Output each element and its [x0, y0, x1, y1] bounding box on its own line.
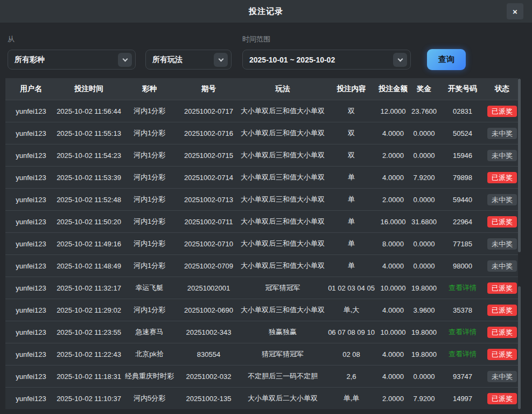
cell-play-method: 大小单双后三和值大小单双 [240, 255, 326, 277]
cell-prize: 0.0000 [409, 144, 439, 166]
cell-period-number: 20251002-343 [178, 321, 240, 343]
cell-draw-numbers: 14997 [439, 388, 486, 409]
cell-play-method: 大小单双后三和值大小单双 [240, 189, 326, 210]
table-row: yunfei123 2025-10-02 11:50:20 河内1分彩 2025… [5, 210, 518, 232]
cell-status: 未中奖 [486, 255, 518, 277]
chevron-down-icon [118, 53, 132, 67]
cell-bet-content: 单,单 [326, 388, 377, 409]
cell-prize: 19.8000 [409, 343, 439, 365]
view-details-link[interactable]: 查看详情 [439, 343, 486, 365]
chevron-down-icon [214, 53, 228, 67]
table-row: yunfei123 2025-10-02 11:18:31 经典重庆时时彩 20… [5, 365, 518, 387]
table-row: yunfei123 2025-10-02 11:52:48 河内1分彩 2025… [5, 188, 518, 210]
cell-lottery-type: 河内1分彩 [121, 100, 178, 122]
cell-bet-content: 单 [326, 255, 377, 277]
play-method-select[interactable]: 所有玩法 [145, 50, 232, 70]
cell-username: yunfei123 [5, 299, 57, 321]
cell-bet-content: 06 07 08 09 10 [326, 321, 377, 343]
cell-bet-amount: 16.0000 [377, 211, 409, 232]
view-details-link[interactable]: 查看详情 [439, 321, 486, 343]
cell-bet-amount: 2.0000 [377, 189, 409, 210]
column-header: 彩种 [121, 78, 178, 100]
cell-bet-time: 2025-10-02 11:49:16 [57, 233, 121, 254]
cell-bet-content: 单 [326, 167, 377, 188]
scrollbar[interactable] [518, 286, 521, 409]
cell-bet-amount: 4.0000 [377, 255, 409, 277]
cell-lottery-type: 北京pk拾 [121, 343, 178, 365]
cell-status: 未中奖 [486, 189, 518, 210]
cell-status: 已派奖 [486, 343, 518, 365]
cell-status: 已派奖 [486, 211, 518, 232]
cell-bet-content: 单,大 [326, 299, 377, 321]
cell-bet-time: 2025-10-02 11:55:13 [57, 122, 121, 144]
cell-bet-content: 01 02 03 04 05 [326, 277, 377, 299]
cell-bet-time: 2025-10-02 11:56:44 [57, 100, 121, 122]
cell-bet-amount: 4.0000 [377, 299, 409, 321]
cell-status: 未中奖 [486, 144, 518, 166]
cell-prize: 7.9200 [409, 167, 439, 188]
cell-prize: 0.0000 [409, 233, 439, 254]
bet-records-table: 用户名投注时间彩种期号玩法投注内容投注金额奖金开奖号码状态 yunfei123 … [5, 78, 518, 414]
lottery-type-select[interactable]: 所有彩种 [8, 50, 136, 70]
cell-username: yunfei123 [5, 167, 57, 188]
lottery-type-select-value: 所有彩种 [15, 55, 45, 65]
column-header: 奖金 [409, 78, 439, 100]
scrollbar[interactable] [518, 79, 521, 252]
cell-lottery-type: 经典重庆时时彩 [121, 365, 178, 387]
cell-prize: 31.6800 [409, 211, 439, 232]
cell-bet-content: 2,6 [326, 365, 377, 387]
cell-lottery-type: 河内1分彩 [121, 233, 178, 254]
cell-status: 已派奖 [486, 321, 518, 343]
view-details-link[interactable]: 查看详情 [439, 277, 486, 299]
modal-header: 投注记录 × [0, 0, 532, 23]
cell-bet-content: 双 [326, 100, 377, 122]
cell-bet-time: 2025-10-02 11:32:17 [57, 277, 121, 299]
cell-bet-time: 2025-10-02 11:18:31 [57, 365, 121, 387]
cell-draw-numbers: 15946 [439, 144, 486, 166]
status-badge: 已派奖 [487, 327, 517, 338]
cell-bet-amount: 12.0000 [377, 100, 409, 122]
cell-prize: 0.0000 [409, 255, 439, 277]
cell-play-method: 独赢独赢 [240, 321, 326, 343]
cell-username: yunfei123 [5, 189, 57, 210]
cell-bet-amount: 2.0000 [377, 144, 409, 166]
close-button[interactable]: × [507, 3, 523, 19]
table-row: yunfei123 2025-10-02 11:49:16 河内1分彩 2025… [5, 232, 518, 254]
date-range-select-value: 2025-10-01 ~ 2025-10-02 [249, 56, 335, 64]
query-button[interactable]: 查询 [427, 49, 466, 70]
cell-draw-numbers: 22964 [439, 211, 486, 232]
cell-bet-amount: 4.0000 [377, 365, 409, 387]
date-range-select[interactable]: 2025-10-01 ~ 2025-10-02 [242, 50, 411, 70]
cell-lottery-type: 河内1分彩 [121, 122, 178, 144]
cell-username: yunfei123 [5, 122, 57, 144]
status-badge: 未中奖 [487, 371, 517, 382]
cell-bet-amount: 4.0000 [377, 167, 409, 188]
cell-prize: 19.8000 [409, 321, 439, 343]
cell-status: 未中奖 [486, 122, 518, 144]
cell-prize: 0.0000 [409, 189, 439, 210]
column-header: 玩法 [240, 78, 326, 100]
cell-play-method: 大小单双后三和值大小单双 [240, 299, 326, 321]
cell-bet-time: 2025-10-02 11:29:02 [57, 299, 121, 321]
table-row: yunfei123 2025-10-02 11:22:43 北京pk拾 8305… [5, 343, 518, 365]
chevron-down-icon [393, 53, 407, 67]
cell-lottery-type: 急速赛马 [121, 321, 178, 343]
cell-period-number: 20251002-0716 [178, 122, 240, 144]
table-row: yunfei123 2025-10-02 11:56:44 河内1分彩 2025… [5, 100, 518, 122]
cell-draw-numbers: 02831 [439, 100, 486, 122]
cell-draw-numbers: 35378 [439, 299, 486, 321]
cell-bet-amount: 4.0000 [377, 122, 409, 144]
cell-period-number: 20251002-0717 [178, 100, 240, 122]
status-badge: 已派奖 [487, 349, 517, 360]
cell-play-method: 猜冠军猜冠军 [240, 343, 326, 365]
table-body: yunfei123 2025-10-02 11:56:44 河内1分彩 2025… [5, 100, 518, 409]
cell-username: yunfei123 [5, 321, 57, 343]
cell-play-method: 不定胆后三一码不定胆 [240, 365, 326, 387]
cell-lottery-type: 河内1分彩 [121, 189, 178, 210]
table-header-row: 用户名投注时间彩种期号玩法投注内容投注金额奖金开奖号码状态 [5, 78, 518, 100]
cell-draw-numbers: 50524 [439, 122, 486, 144]
modal-title: 投注记录 [249, 6, 283, 17]
cell-bet-time: 2025-10-02 11:48:49 [57, 255, 121, 277]
cell-status: 已派奖 [486, 100, 518, 122]
cell-username: yunfei123 [5, 100, 57, 122]
